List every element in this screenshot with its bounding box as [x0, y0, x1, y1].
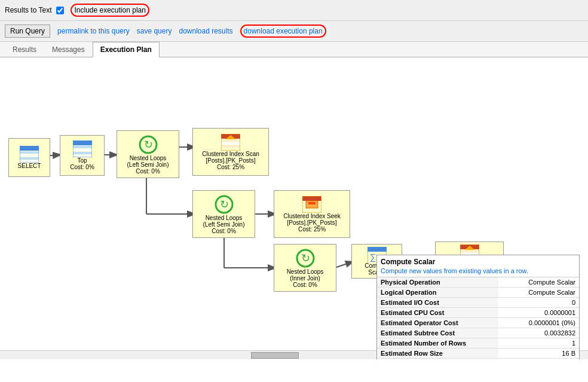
svg-rect-28 [221, 145, 240, 148]
svg-text:∑: ∑ [370, 252, 376, 262]
nested-loops-2-node[interactable]: ↻ Nested Loops (Left Semi Join) Cost: 0% [192, 190, 255, 238]
nested-loops-3-type: (Inner Join) [290, 275, 320, 282]
nested-loops-3-label: Nested Loops [287, 268, 324, 275]
results-label: Results to Text [5, 6, 51, 14]
detail-value-rows: 1 [498, 338, 579, 349]
clustered-index-seek-icon [302, 196, 321, 213]
clustered-scan-1-line1: Clustered Index Scan [202, 151, 259, 157]
detail-value-physical: Compute Scalar [498, 277, 579, 288]
nested-loops-3-node[interactable]: ↻ Nested Loops (Inner Join) Cost: 0% [274, 244, 336, 292]
tab-execution-plan[interactable]: Execution Plan [93, 42, 160, 57]
download-execution-plan-link[interactable]: download execution plan [240, 25, 326, 38]
clustered-seek-line1: Clustered Index Seek [283, 213, 341, 219]
detail-row-nodeid: Node ID 7 [377, 359, 579, 360]
detail-value-io: 0 [498, 298, 579, 308]
clustered-scan-1-cost: Cost: 25% [217, 164, 244, 170]
detail-label-rowsize: Estimated Row Size [377, 349, 498, 359]
detail-value-cpu: 0.0000001 [498, 308, 579, 318]
nested-loops-3-icon: ↻ [295, 248, 316, 268]
permalink-link[interactable]: permalink to this query [57, 27, 130, 35]
detail-value-operator: 0.0000001 (0%) [498, 318, 579, 328]
svg-text:↻: ↻ [301, 252, 310, 264]
tab-messages[interactable]: Messages [44, 42, 93, 57]
include-execution-plan-label[interactable]: Include execution plan [71, 4, 149, 17]
nested-loops-1-node[interactable]: ↻ Nested Loops (Left Semi Join) Cost: 0% [117, 130, 179, 178]
scroll-thumb[interactable] [251, 352, 299, 359]
detail-value-nodeid: 7 [498, 359, 579, 360]
nested-loops-1-label: Nested Loops [130, 155, 167, 161]
clustered-seek-line2: [Posts].[PK_Posts] [287, 219, 337, 226]
svg-rect-16 [73, 140, 92, 145]
clustered-seek-cost: Cost: 25% [298, 226, 326, 233]
clustered-index-seek-node[interactable]: Clustered Index Seek [Posts].[PK_Posts] … [274, 190, 350, 238]
svg-rect-13 [20, 157, 39, 160]
detail-row-cpu: Estimated CPU Cost 0.0000001 [377, 308, 579, 318]
clustered-scan-1-line2: [Posts].[PK_Posts] [206, 157, 256, 164]
detail-table: Physical Operation Compute Scalar Logica… [377, 277, 579, 359]
detail-value-logical: Compute Scalar [498, 288, 579, 298]
clustered-index-scan-1-icon [221, 134, 240, 151]
svg-rect-10 [20, 146, 39, 151]
svg-line-8 [335, 262, 353, 268]
nested-loops-1-type: (Left Semi Join) [127, 161, 169, 168]
detail-row-subtree: Estimated Subtree Cost 0.0032832 [377, 328, 579, 338]
detail-title: Compute Scalar [381, 258, 575, 266]
detail-label-rows: Estimated Number of Rows [377, 338, 498, 349]
execution-plan: SELECT Top Cost: 0% ↻ Nested Loops (Left… [0, 57, 588, 359]
detail-label-logical: Logical Operation [377, 288, 498, 298]
download-results-link[interactable]: download results [179, 27, 232, 35]
detail-row-logical: Logical Operation Compute Scalar [377, 288, 579, 298]
svg-rect-38 [368, 247, 387, 252]
detail-row-io: Estimated I/O Cost 0 [377, 298, 579, 308]
svg-rect-19 [73, 152, 92, 154]
tabs: Results Messages Execution Plan [0, 42, 588, 57]
detail-panel: Compute Scalar Compute new values from e… [376, 255, 580, 359]
detail-subtitle: Compute new values from existing values … [381, 267, 575, 274]
select-icon [20, 146, 39, 163]
top-node-label: Top [77, 157, 87, 164]
detail-row-rows: Estimated Number of Rows 1 [377, 338, 579, 349]
action-bar: Run Query permalink to this query save q… [0, 21, 588, 42]
include-execution-plan-checkbox[interactable] [56, 7, 64, 14]
detail-label-physical: Physical Operation [377, 277, 498, 288]
svg-text:↻: ↻ [144, 139, 153, 151]
detail-row-operator: Estimated Operator Cost 0.0000001 (0%) [377, 318, 579, 328]
nested-loops-1-cost: Cost: 0% [136, 168, 160, 175]
svg-rect-32 [302, 196, 321, 201]
save-query-link[interactable]: save query [137, 27, 172, 35]
svg-rect-27 [221, 142, 240, 145]
detail-label-io: Estimated I/O Cost [377, 298, 498, 308]
nested-loops-2-label: Nested Loops [206, 215, 243, 221]
detail-label-subtree: Estimated Subtree Cost [377, 328, 498, 338]
svg-rect-11 [20, 151, 39, 154]
detail-label-operator: Estimated Operator Cost [377, 318, 498, 328]
clustered-index-scan-1-node[interactable]: Clustered Index Scan [Posts].[PK_Posts] … [192, 128, 269, 176]
svg-rect-26 [221, 139, 240, 142]
svg-rect-18 [73, 149, 92, 151]
nested-loops-3-cost: Cost: 0% [293, 282, 317, 288]
detail-row-rowsize: Estimated Row Size 16 B [377, 349, 579, 359]
svg-text:↻: ↻ [220, 198, 229, 210]
nested-loops-1-icon: ↻ [138, 135, 158, 155]
top-bar: Results to Text Include execution plan [0, 0, 588, 21]
nested-loops-2-icon: ↻ [214, 194, 234, 215]
svg-rect-34 [308, 202, 316, 204]
detail-label-nodeid: Node ID [377, 359, 498, 360]
top-node-cost: Cost: 0% [70, 164, 94, 170]
nested-loops-2-cost: Cost: 0% [212, 228, 236, 234]
detail-header: Compute Scalar Compute new values from e… [377, 255, 579, 277]
run-query-button[interactable]: Run Query [5, 25, 50, 38]
svg-rect-17 [73, 146, 92, 148]
top-node[interactable]: Top Cost: 0% [60, 135, 105, 176]
select-node-label: SELECT [18, 163, 41, 169]
detail-value-rowsize: 16 B [498, 349, 579, 359]
top-icon [73, 140, 92, 157]
nested-loops-2-type: (Left Semi Join) [203, 221, 244, 228]
detail-label-cpu: Estimated CPU Cost [377, 308, 498, 318]
svg-rect-12 [20, 154, 39, 157]
svg-rect-43 [460, 250, 479, 252]
tab-results[interactable]: Results [5, 42, 44, 57]
detail-value-subtree: 0.0032832 [498, 328, 579, 338]
detail-row-physical: Physical Operation Compute Scalar [377, 277, 579, 288]
select-node[interactable]: SELECT [8, 138, 50, 177]
